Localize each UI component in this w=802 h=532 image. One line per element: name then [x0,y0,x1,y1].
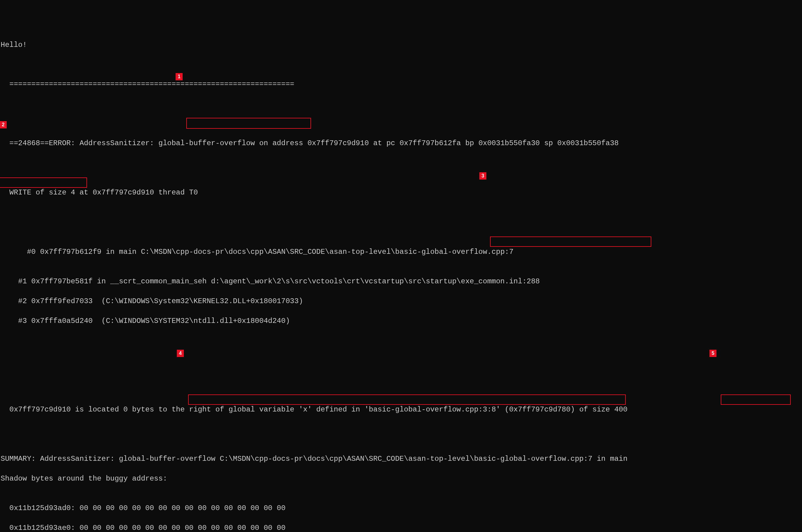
located-a: 0x7ff797c9d910 is located 0 bytes [9,405,158,414]
error-after: on address 0x7ff797c9d910 at pc 0x7ff797… [255,139,618,147]
greeting-text: Hello! [1,41,27,49]
box-3-source [490,236,651,247]
box-2-write [0,177,87,188]
frame-3: #3 0x7fffa0a5d240 (C:\WINDOWS\SYSTEM32\n… [0,316,802,326]
box-4-variable [188,395,626,405]
frame-1: #1 0x7ff797be581f in __scrt_common_main_… [0,277,802,286]
separator-text: ========================================… [9,80,294,88]
callout-3: 3 [480,173,486,179]
frame0b: basic-global-overflow.cpp:7 [395,248,513,256]
located-line: 0x7ff797c9d910 is located 0 bytes to the… [0,395,802,435]
shadow-title: Shadow bytes around the buggy address: [0,474,802,483]
box-1-error-type [186,118,311,129]
blank-line: 4 5 [0,346,802,375]
write-after: at 0x7ff797c9d910 thread T0 [75,188,198,196]
shadow-row: 0x11b125d93ae0: 00 00 00 00 00 00 00 00 … [0,523,802,532]
frame0a: #0 0x7ff797b612f9 in main C:\MSDN\cpp-do… [9,248,395,256]
callout-1: 1 [176,73,182,80]
write-line: WRITE of size 4 at 0x7ff797c9d910 thread… [0,178,802,217]
frame-0: #0 0x7ff797b612f9 in main C:\MSDN\cpp-do… [0,237,802,267]
terminal-line: Hello! [0,40,802,50]
summary-line: SUMMARY: AddressSanitizer: global-buffer… [0,454,802,464]
box-5-size [721,395,791,405]
error-type: global-buffer-overflow [158,139,255,147]
located-d: of size 400 [579,405,627,414]
callout-4: 4 [177,350,184,357]
error-line: 2 ==24868==ERROR: AddressSanitizer: glob… [0,119,802,158]
callout-5: 5 [710,350,716,357]
separator-line: ========================================… [0,70,802,99]
callout-2: 2 [0,121,6,128]
located-c: (0x7ff797c9d780) [500,405,579,414]
error-prefix: ERROR: AddressSanitizer: [49,139,158,147]
located-b: to the right of global variable 'x' defi… [158,405,500,414]
frame-2: #2 0x7fff9fed7033 (C:\WINDOWS\System32\K… [0,297,802,306]
shadow-row: 0x11b125d93ad0: 00 00 00 00 00 00 00 00 … [0,504,802,513]
write-text: WRITE of size 4 [9,188,75,196]
error-pid: ==24868== [9,139,49,147]
